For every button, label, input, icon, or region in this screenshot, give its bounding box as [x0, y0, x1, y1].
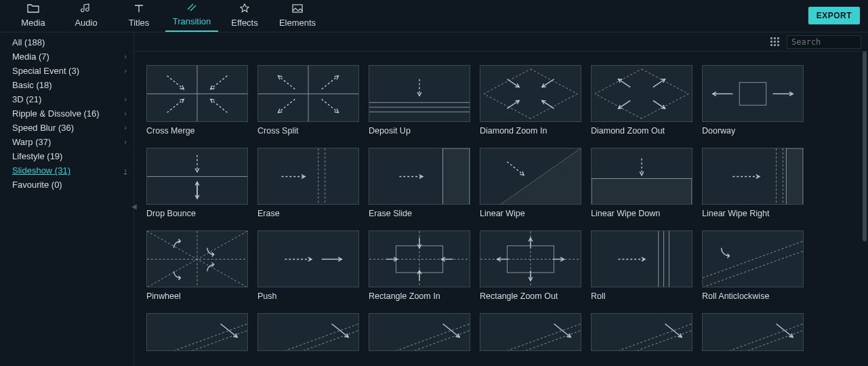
transition-label: Diamond Zoom Out: [591, 122, 693, 141]
top-tab-bar: Media Audio Titles Transition Effects El…: [0, 0, 868, 33]
transition-cell: [480, 313, 581, 351]
sidebar-item-label: Media (7): [12, 51, 49, 62]
folder-icon: [26, 3, 40, 15]
transition-thumbnail[interactable]: [146, 65, 248, 122]
transition-thumbnail[interactable]: [702, 313, 804, 351]
transition-cell: [702, 313, 804, 351]
transition-thumbnail[interactable]: [146, 148, 248, 205]
transition-thumbnail[interactable]: [591, 230, 693, 287]
transitions-grid: Cross MergeCross SplitDeposit UpDiamond …: [146, 65, 856, 351]
transition-thumbnail[interactable]: [369, 230, 470, 287]
transition-label: Rectangle Zoom Out: [480, 287, 581, 306]
transition-label: Roll: [591, 287, 693, 306]
sidebar-item[interactable]: 3D (21)›: [0, 92, 133, 106]
sidebar-item-label: Special Event (3): [12, 65, 79, 77]
grid-view-icon[interactable]: [770, 37, 780, 47]
sidebar-item-label: Lifestyle (19): [12, 150, 62, 162]
chevron-right-icon: ›: [124, 51, 127, 62]
tab-effects[interactable]: Effects: [218, 3, 271, 32]
transition-cell: Erase: [257, 148, 359, 224]
transition-cell: Roll: [591, 230, 693, 306]
text-icon: [132, 3, 146, 15]
transition-thumbnail[interactable]: [591, 148, 693, 205]
transition-cell: [369, 313, 470, 351]
transition-cell: Doorway: [702, 65, 804, 141]
transition-thumbnail[interactable]: [146, 313, 248, 351]
image-icon: [291, 3, 304, 15]
transition-cell: Roll Anticlockwise: [702, 230, 804, 306]
sidebar-item[interactable]: Media (7)›: [0, 49, 133, 64]
sidebar-item[interactable]: Favourite (0): [0, 178, 133, 192]
transition-cell: [146, 313, 248, 351]
transition-thumbnail[interactable]: [146, 230, 248, 287]
chevron-right-icon: ›: [124, 108, 127, 119]
tab-elements[interactable]: Elements: [271, 3, 324, 32]
sidebar-item-label: Warp (37): [12, 136, 51, 148]
sidebar-item[interactable]: Speed Blur (36)›: [0, 121, 133, 135]
transition-thumbnail[interactable]: [480, 313, 581, 351]
tab-media[interactable]: Media: [7, 3, 60, 32]
transition-thumbnail[interactable]: [480, 148, 581, 205]
tab-audio[interactable]: Audio: [60, 3, 112, 32]
sidebar: All (188)Media (7)›Special Event (3)›Bas…: [0, 33, 134, 366]
transition-cell: [257, 313, 359, 351]
sidebar-item-label: Ripple & Dissolve (16): [12, 108, 100, 119]
sidebar-item[interactable]: Slideshow (31)›: [0, 163, 133, 178]
transition-label: Linear Wipe: [480, 205, 581, 224]
sidebar-item[interactable]: Warp (37)›: [0, 135, 133, 149]
transition-cell: Linear Wipe Down: [591, 148, 693, 224]
search-box[interactable]: [787, 35, 861, 49]
transition-label: Linear Wipe Right: [702, 205, 804, 224]
sidebar-item-label: Favourite (0): [12, 179, 62, 190]
tab-label: Effects: [231, 18, 258, 28]
transition-thumbnail[interactable]: [480, 65, 581, 122]
search-input[interactable]: [791, 37, 868, 47]
transition-cell: [591, 313, 693, 351]
transition-label: Doorway: [702, 122, 804, 141]
transition-thumbnail[interactable]: [257, 65, 359, 122]
transition-label: Roll Anticlockwise: [702, 287, 804, 306]
tab-titles[interactable]: Titles: [112, 3, 165, 32]
transition-cell: Diamond Zoom In: [480, 65, 581, 141]
transition-cell: Erase Slide: [369, 148, 470, 224]
svg-rect-0: [293, 5, 302, 12]
transition-label: Pinwheel: [146, 287, 248, 306]
transition-thumbnail[interactable]: [591, 313, 693, 351]
chevron-right-icon: ›: [124, 136, 127, 148]
scrollbar[interactable]: [863, 52, 867, 241]
transition-thumbnail[interactable]: [702, 148, 804, 205]
tab-transition[interactable]: Transition: [165, 1, 218, 32]
main-panel: Cross MergeCross SplitDeposit UpDiamond …: [134, 33, 868, 366]
svg-rect-4: [592, 178, 692, 204]
sidebar-item[interactable]: All (188): [0, 35, 133, 49]
chevron-right-icon: ›: [124, 65, 127, 77]
transition-thumbnail[interactable]: [257, 313, 359, 351]
transition-thumbnail[interactable]: [702, 65, 804, 122]
transition-thumbnail[interactable]: [257, 230, 359, 287]
sidebar-item-label: 3D (21): [12, 94, 41, 105]
transition-thumbnail[interactable]: [369, 148, 470, 205]
sidebar-item[interactable]: Basic (18): [0, 78, 133, 92]
sidebar-item[interactable]: Special Event (3)›: [0, 64, 133, 78]
chevron-right-icon: ›: [124, 122, 127, 134]
music-icon: [79, 3, 93, 15]
export-button[interactable]: EXPORT: [808, 7, 860, 24]
transition-thumbnail[interactable]: [702, 230, 804, 287]
transition-cell: Push: [257, 230, 359, 306]
transition-cell: Linear Wipe Right: [702, 148, 804, 224]
tab-label: Titles: [129, 18, 150, 28]
chevron-right-icon: ›: [124, 94, 127, 105]
transition-thumbnail[interactable]: [257, 148, 359, 205]
transition-thumbnail[interactable]: [369, 65, 470, 122]
transition-cell: Cross Merge: [146, 65, 248, 141]
toolbar: [134, 33, 868, 52]
transition-label: Push: [257, 287, 359, 306]
transition-thumbnail[interactable]: [369, 313, 470, 351]
sidebar-item[interactable]: Lifestyle (19): [0, 149, 133, 163]
transition-thumbnail[interactable]: [591, 65, 693, 122]
sidebar-item[interactable]: Ripple & Dissolve (16)›: [0, 106, 133, 121]
transition-thumbnail[interactable]: [480, 230, 581, 287]
transition-label: Diamond Zoom In: [480, 122, 581, 141]
transition-label: Cross Merge: [146, 122, 248, 141]
svg-rect-3: [443, 148, 470, 205]
